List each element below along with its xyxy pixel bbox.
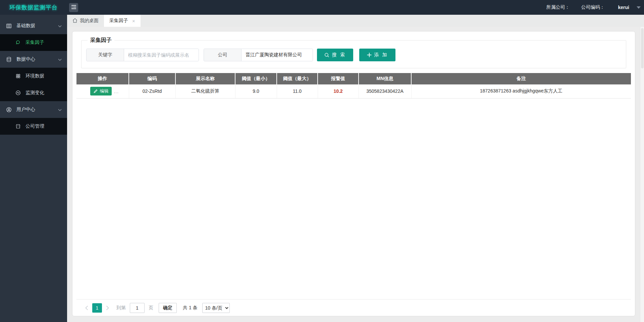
table-header-row: 操作 编码 展示名称 阈值（最小） 阈值（最大） 报警值 MN信息 备注 [76,73,631,84]
sidebar-group-label: 用户中心 [16,107,35,113]
username[interactable]: kerui [618,5,629,10]
brand: 环保数据监测平台 [0,4,67,11]
scrollbar[interactable] [640,27,644,322]
topbar: 环保数据监测平台 所属公司： 公司编码： kerui [0,0,644,15]
edit-button[interactable]: 编辑 [90,87,112,95]
keyword-group: 关键字 [86,49,199,61]
hamburger-icon [71,5,76,10]
keyword-label: 关键字 [87,49,124,61]
submenu-data-center: 环境数据 监测变化 [0,68,67,101]
panel-title: 采集因子 [88,37,114,44]
prev-page-icon[interactable] [83,306,90,310]
sidebar-item-label: 公司管理 [25,123,44,129]
operation-cell: 编辑 ... [76,84,129,98]
next-page-icon[interactable] [104,306,111,310]
sidebar-item-label: 采集因子 [25,40,44,46]
data-table-wrap: 操作 编码 展示名称 阈值（最小） 阈值（最大） 报警值 MN信息 备注 [76,73,631,99]
table-row: 编辑 ... 02-ZsRtd 二氧化硫折算 9.0 11.0 10.2 350… [76,84,631,98]
company-input[interactable] [241,49,313,61]
tab-label: 我的桌面 [80,18,99,24]
code-cell: 02-ZsRtd [129,84,175,98]
sidebar-item-monitor-change[interactable]: 监测变化 [0,84,67,101]
pencil-icon [94,89,98,93]
goto-label: 到第 [116,305,126,311]
topbar-right: 所属公司： 公司编码： kerui [535,4,644,10]
plus-icon [367,53,372,57]
total-count-label: 共 1 条 [183,305,198,311]
company-field-label: 公司 [204,49,241,61]
sidebar-item-collection-factor[interactable]: 采集因子 [0,34,67,51]
home-icon [72,18,77,24]
remark-cell: 187263871263 asdhjgjkhgqwe东方人工 [411,84,631,98]
col-header-display-name: 展示名称 [175,73,235,84]
close-icon[interactable]: × [132,18,135,24]
sidebar-item-label: 监测变化 [25,90,44,96]
sidebar-group-label: 数据中心 [16,56,35,62]
store-icon [15,124,21,129]
tab-label: 采集因子 [109,18,128,24]
page-number-button[interactable]: 1 [92,303,102,313]
confirm-button[interactable]: 确定 [159,303,177,313]
tab-collection-factor[interactable]: 采集因子 × [104,15,141,27]
add-button[interactable]: 添 加 [359,49,395,61]
sidebar-group-user-center[interactable]: 用户中心 [0,101,67,118]
alarm-value-cell: 10.2 [318,84,359,98]
search-icon [324,53,329,58]
mn-info-cell: 3505823430422A [359,84,411,98]
clover-icon [15,73,21,79]
chevron-down-icon [58,107,62,112]
col-header-code: 编码 [129,73,175,84]
col-header-threshold-min: 阈值（最小） [235,73,277,84]
sidebar-item-company-management[interactable]: 公司管理 [0,118,67,135]
company-code-label: 公司编码： [581,4,605,10]
app-title: 环保数据监测平台 [9,4,58,11]
threshold-max-cell: 11.0 [277,84,318,98]
col-header-threshold-max: 阈值（最大） [277,73,318,84]
company-label: 所属公司： [546,4,570,10]
sidebar-item-environment-data[interactable]: 环境数据 [0,68,67,84]
chevron-down-icon [58,23,62,28]
company-group: 公司 [204,49,313,61]
tab-my-desktop[interactable]: 我的桌面 [67,15,104,27]
tab-bar: 我的桌面 采集因子 × [67,15,644,27]
pagination-bar: 1 到第 页 确定 共 1 条 10 条/页 [76,299,631,316]
search-button[interactable]: 搜 索 [317,49,353,61]
submenu-basic-data: 采集因子 [0,34,67,51]
content-area: 采集因子 关键字 公司 [67,27,644,322]
page-size-select[interactable]: 10 条/页 [202,303,230,313]
user-circle-icon [6,107,12,113]
panel-card: 采集因子 关键字 公司 [72,31,635,316]
sidebar: 基础数据 采集因子 数据中心 [0,15,67,322]
sidebar-group-label: 基础数据 [16,23,35,29]
keyword-input[interactable] [124,49,199,61]
sidebar-group-data-center[interactable]: 数据中心 [0,51,67,68]
goto-page-input[interactable] [130,303,145,313]
trend-circle-icon [15,90,21,95]
magnifier-icon [15,40,21,45]
threshold-min-cell: 9.0 [235,84,277,98]
scrollbar-thumb[interactable] [641,28,644,68]
sidebar-group-basic-data[interactable]: 基础数据 [0,17,67,34]
main-area: 我的桌面 采集因子 × 采集因子 关键字 [67,15,644,322]
user-menu-caret-icon[interactable] [637,6,641,9]
col-header-remark: 备注 [411,73,631,84]
sidebar-item-label: 环境数据 [25,73,44,79]
col-header-operation: 操作 [76,73,129,84]
more-actions[interactable]: ... [114,89,119,94]
chevron-down-icon [58,57,62,62]
search-form: 关键字 公司 搜 索 [86,49,621,61]
page-unit-label: 页 [149,305,153,311]
data-table: 操作 编码 展示名称 阈值（最小） 阈值（最大） 报警值 MN信息 备注 [76,73,631,99]
display-name-cell: 二氧化硫折算 [175,84,235,98]
submenu-user-center: 公司管理 [0,118,67,135]
col-header-alarm-value: 报警值 [318,73,359,84]
database-icon [6,57,12,62]
col-header-mn-info: MN信息 [359,73,411,84]
search-fieldset: 采集因子 关键字 公司 [81,37,626,68]
columns-icon [6,23,12,29]
sidebar-toggle-button[interactable] [69,3,78,12]
